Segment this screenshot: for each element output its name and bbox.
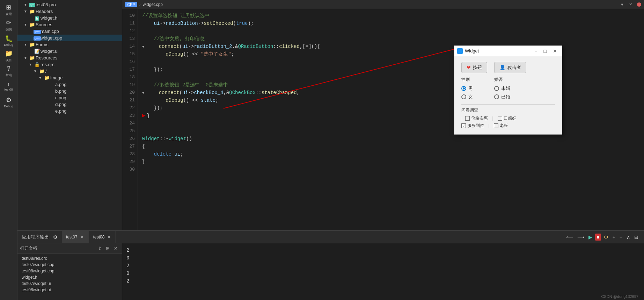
dialog-attacker-button[interactable]: 👤 攻击者	[494, 62, 526, 73]
toolbar-next-btn[interactable]: ⟶	[576, 234, 586, 241]
code-line: Widget::~Widget()	[142, 135, 640, 143]
checkbox-service[interactable]: ✓ 服务到位	[461, 123, 484, 129]
tree-item-label: Headers	[36, 9, 120, 14]
open-docs-close-btn[interactable]: ✕	[112, 245, 119, 251]
tree-item-label: Resources	[36, 55, 120, 60]
open-doc-item[interactable]: test07/widget.ui	[17, 280, 122, 287]
open-doc-item[interactable]: test08/res.qrc	[17, 255, 122, 262]
tree-item[interactable]: ▼📁Forms	[17, 41, 122, 48]
tree-item-icon: c++	[34, 35, 41, 41]
widget-dialog: Widget − □ ✕ ❤ 按钮 性别	[454, 45, 562, 135]
dialog-divider	[461, 104, 555, 105]
sidebar-item-welcome[interactable]: ⊞ 欢迎	[2, 3, 16, 17]
main-content: ▼qmtest08.pro▼📁Headershwidget.h▼📁Sources…	[17, 0, 644, 300]
code-line: });	[142, 104, 640, 112]
tree-item[interactable]: c++widget.cpp	[17, 35, 122, 41]
tree-item[interactable]: 📝widget.ui	[17, 48, 122, 55]
radio-male[interactable]: 男	[461, 85, 487, 92]
dialog-heart-button[interactable]: ❤ 按钮	[461, 62, 487, 73]
sidebar-item-build[interactable]: ⚙ Debug	[2, 95, 16, 109]
open-docs-sort-btn[interactable]: ⇕	[96, 245, 103, 251]
sidebar-item-edit[interactable]: ✏ 编辑	[2, 18, 16, 32]
line-numbers: 1011121314151617181920212223242526272829…	[122, 9, 138, 230]
toolbar-prev-btn[interactable]: ⟵	[565, 234, 575, 241]
bottom-tab[interactable]: test07✕	[62, 231, 89, 243]
code-line: //选中女后, 打印信息	[142, 35, 640, 43]
sidebar-item-test08[interactable]: t test08	[2, 80, 16, 94]
tree-arrow: ▼	[34, 69, 38, 73]
tree-item[interactable]: b.png	[17, 88, 122, 94]
tree-item[interactable]: hwidget.h	[17, 15, 122, 21]
tree-item[interactable]: e.png	[17, 108, 122, 114]
tree-item[interactable]: ▼📁Sources	[17, 21, 122, 28]
output-line: 2	[126, 246, 640, 254]
code-line: ui->radioButton->setChecked(true);	[142, 20, 640, 27]
tree-item[interactable]: ▼📁Headers	[17, 8, 122, 15]
radio-female[interactable]: 女	[461, 94, 487, 100]
bottom-tab-close-button[interactable]: ✕	[107, 235, 111, 240]
tree-item[interactable]: c++main.cpp	[17, 28, 122, 35]
marriage-label: 婚否	[494, 77, 526, 83]
line-number: 25	[124, 127, 135, 135]
dialog-body: ❤ 按钮 性别 男 女	[454, 56, 562, 134]
line-number: 18	[124, 73, 135, 81]
test08-label: test08	[4, 88, 13, 91]
open-doc-item[interactable]: test08/widget.ui	[17, 287, 122, 293]
tree-item[interactable]: ▼📁/	[17, 68, 122, 74]
tree-item[interactable]: ▼🔒res.qrc	[17, 61, 122, 68]
line-number: 10	[124, 12, 135, 20]
sidebar-item-help[interactable]: ? 帮助	[2, 64, 16, 78]
code-line: //设置单选按钮 让男默认选中	[142, 12, 640, 20]
open-doc-item[interactable]: test08/widget.cpp	[17, 268, 122, 274]
checkbox-price[interactable]: 价格实惠	[465, 115, 488, 121]
checkbox-boss[interactable]: 老板	[494, 123, 508, 129]
checkbox-taste[interactable]: 口感好	[498, 115, 516, 121]
tree-item[interactable]: a.png	[17, 81, 122, 88]
open-docs-add-btn[interactable]: ⊞	[104, 245, 111, 251]
toolbar-add-btn[interactable]: +	[611, 234, 617, 241]
tree-item-icon: 🔒	[34, 62, 41, 67]
code-line: delete ui;	[142, 150, 640, 158]
project-icon: 📁	[5, 50, 13, 57]
sidebar-item-debug[interactable]: 🐛 Debug	[2, 34, 16, 48]
toolbar-gear-btn[interactable]: ⚙	[602, 234, 610, 241]
survey-row1: | 价格实惠 ｜ 口感好	[461, 115, 555, 121]
tree-item[interactable]: c.png	[17, 94, 122, 101]
open-doc-item[interactable]: test07/widget.cpp	[17, 262, 122, 268]
tree-item-label: test08.pro	[36, 2, 120, 7]
code-editor[interactable]: 1011121314151617181920212223242526272829…	[122, 9, 644, 230]
radio-unmarried-circle	[494, 86, 499, 91]
bottom-tab[interactable]: test08✕	[89, 231, 116, 243]
tree-item-label: Sources	[36, 22, 120, 27]
tree-item[interactable]: ▼qmtest08.pro	[17, 1, 122, 8]
tree-item-label: b.png	[55, 88, 120, 94]
tree-arrow: ▼	[38, 76, 43, 80]
dialog-minimize-button[interactable]: −	[532, 48, 539, 55]
editor-area: CPP › widget.cpp ▼ ✕ 1011121314151617181…	[122, 0, 644, 230]
tree-item[interactable]: ▼📁Resources	[17, 55, 122, 61]
welcome-label: 欢迎	[6, 12, 12, 16]
dialog-maximize-button[interactable]: □	[542, 48, 549, 55]
toolbar-settings-btn[interactable]: ⚙	[52, 234, 59, 241]
code-line: });	[142, 66, 640, 73]
tree-item[interactable]: d.png	[17, 101, 122, 108]
bottom-tab-close-button[interactable]: ✕	[80, 235, 85, 240]
radio-unmarried[interactable]: 未婚	[494, 85, 526, 92]
tree-item[interactable]: ▼📁image	[17, 74, 122, 81]
dialog-titlebar[interactable]: Widget − □ ✕	[454, 46, 562, 56]
open-doc-item[interactable]: widget.h	[17, 274, 122, 280]
dialog-close-button[interactable]: ✕	[551, 48, 559, 55]
code-line	[142, 27, 640, 35]
toolbar-stop-btn[interactable]: ■	[595, 234, 601, 241]
code-line: ▶}	[142, 112, 640, 120]
left-sidebar: ⊞ 欢迎 ✏ 编辑 🐛 Debug 📁 项目 ? 帮助 t test08 ⚙ D…	[0, 0, 17, 300]
toolbar-run-btn[interactable]: ▶	[587, 234, 594, 241]
radio-married[interactable]: 已婚	[494, 94, 526, 100]
dialog-left-col: ❤ 按钮 性别 男 女	[461, 62, 487, 100]
code-content[interactable]: //设置单选按钮 让男默认选中 ui->radioButton->setChec…	[138, 9, 644, 230]
toolbar-expand-btn[interactable]: ⊟	[633, 234, 640, 241]
toolbar-minus-btn[interactable]: −	[618, 234, 624, 241]
sidebar-item-project[interactable]: 📁 项目	[2, 49, 16, 63]
toolbar-collapse-btn[interactable]: ∧	[625, 234, 631, 241]
bottom-content-area: 打开文档 ⇕ ⊞ ✕ test08/res.qrctest07/widget.c…	[17, 243, 644, 300]
